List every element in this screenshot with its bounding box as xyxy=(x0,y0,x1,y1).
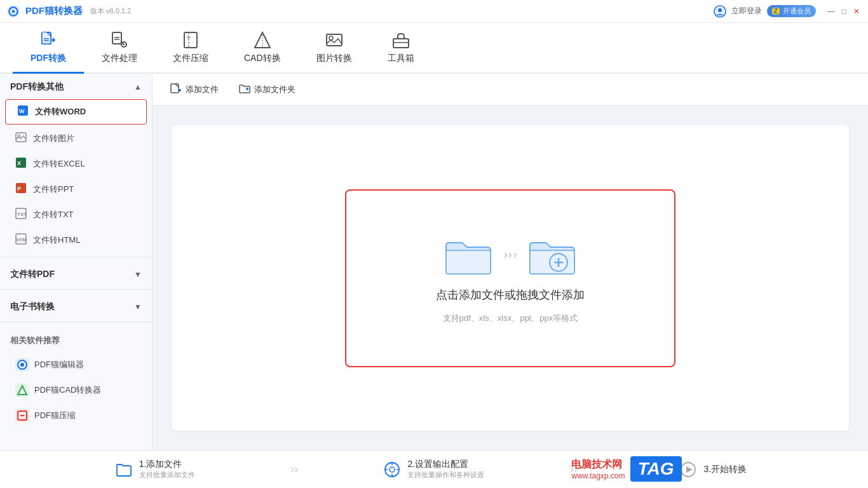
svg-rect-17 xyxy=(393,39,409,48)
sidebar-item-to-ppt[interactable]: P 文件转PPT xyxy=(0,177,152,202)
add-folder-button[interactable]: 添加文件夹 xyxy=(234,80,301,99)
nav-item-file-process[interactable]: 文件处理 xyxy=(84,25,155,74)
word-icon: W xyxy=(17,105,29,119)
step-arrow-2-icon: ›› xyxy=(570,463,578,476)
step-item-2: 2.设置输出配置 支持批量操作和各种设置 xyxy=(304,459,563,480)
nav-label-toolbox: 工具箱 xyxy=(388,53,414,64)
section-arrow-up-icon: ▲ xyxy=(134,83,142,92)
login-button[interactable]: 立即登录 xyxy=(731,6,762,17)
pdf-convert-icon xyxy=(38,30,58,50)
nav-label-file-compress: 文件压缩 xyxy=(173,53,208,64)
step2-icon xyxy=(383,461,401,478)
sidebar-section-pdf-to-other[interactable]: PDF转换其他 ▲ xyxy=(0,74,152,98)
step2-title: 2.设置输出配置 xyxy=(407,459,484,470)
main-layout: PDF转换其他 ▲ W 文件转WORD 文件转图片 X 文件转EXCEL xyxy=(0,74,868,450)
nav-label-img-convert: 图片转换 xyxy=(316,53,352,64)
section-arrow-down-icon: ▼ xyxy=(134,270,142,279)
sidebar-divider-2 xyxy=(0,289,152,290)
svg-point-32 xyxy=(20,363,24,367)
nav-label-pdf-convert: PDF转换 xyxy=(31,53,66,64)
steps-bar: 1.添加文件 支持批量添加文件 ›› 2.设置输出配置 支持批量操作和各种设置 … xyxy=(0,450,868,488)
file-process-icon xyxy=(109,30,130,50)
svg-rect-12 xyxy=(184,32,197,48)
add-folder-label: 添加文件夹 xyxy=(254,84,295,95)
close-button[interactable]: ✕ xyxy=(851,6,862,17)
svg-rect-41 xyxy=(446,250,491,274)
svg-text:HTML: HTML xyxy=(17,238,27,242)
step2-texts: 2.设置输出配置 支持批量操作和各种设置 xyxy=(407,459,484,480)
drop-zone-main-text: 点击添加文件或拖拽文件添加 xyxy=(436,287,585,302)
sidebar-item-to-word[interactable]: W 文件转WORD xyxy=(5,99,147,125)
restore-button[interactable]: □ xyxy=(839,6,849,17)
sidebar-recommend-cad-converter[interactable]: PDF猫CAD转换器 xyxy=(5,378,147,402)
avatar-icon xyxy=(714,5,726,18)
sidebar-recommend-header: 相关软件推荐 xyxy=(0,326,152,351)
step-item-3: 3.开始转换 xyxy=(584,461,843,478)
sidebar-divider-1 xyxy=(0,257,152,257)
nav-item-toolbox[interactable]: 工具箱 xyxy=(370,25,432,74)
pdf-compress-label: PDF猫压缩 xyxy=(34,410,76,421)
app-name: PDF猫转换器 xyxy=(25,5,83,17)
step1-texts: 1.添加文件 支持批量添加文件 xyxy=(139,459,195,480)
sidebar-item-to-img[interactable]: 文件转图片 xyxy=(0,126,152,151)
nav-bar: PDF转换 文件处理 文件压缩 CAD转换 xyxy=(0,23,868,74)
nav-item-img-convert[interactable]: 图片转换 xyxy=(299,25,370,74)
app-logo-icon xyxy=(6,4,20,18)
title-bar-left: PDF猫转换器 版本 v6.0.1.2 xyxy=(6,4,131,18)
svg-point-47 xyxy=(390,467,395,472)
svg-text:TXT: TXT xyxy=(17,212,27,217)
pdf-compress-icon xyxy=(15,409,29,423)
title-bar-right: 立即登录 Z 开通会员 — □ ✕ xyxy=(714,5,862,18)
source-folder-icon xyxy=(443,233,494,277)
sidebar-item-to-txt[interactable]: TXT 文件转TXT xyxy=(0,202,152,227)
nav-label-file-process: 文件处理 xyxy=(102,53,137,64)
sidebar-label-to-word: 文件转WORD xyxy=(35,106,86,118)
ppt-icon: P xyxy=(15,182,27,196)
svg-text:X: X xyxy=(17,160,21,166)
step3-icon xyxy=(679,461,697,478)
sidebar-recommend-pdf-editor[interactable]: PDF猫编辑器 xyxy=(5,353,147,377)
svg-marker-53 xyxy=(686,466,693,473)
sidebar-label-to-excel: 文件转EXCEL xyxy=(33,158,85,170)
sidebar-divider-3 xyxy=(0,322,152,322)
pdf-editor-label: PDF猫编辑器 xyxy=(34,359,84,370)
add-file-button[interactable]: 添加文件 xyxy=(165,80,224,99)
svg-text:W: W xyxy=(19,108,25,114)
svg-marker-33 xyxy=(18,386,27,395)
svg-text:P: P xyxy=(17,186,21,192)
step-item-1: 1.添加文件 支持批量添加文件 xyxy=(25,459,284,480)
svg-rect-8 xyxy=(112,32,121,44)
content-area: 添加文件 添加文件夹 xyxy=(153,74,868,450)
drop-zone-inner[interactable]: › › › 点击添加文件或拖拽文件添加 xyxy=(345,189,675,367)
drop-zone-sub-text: 支持pdf、xls、xlsx、ppt、ppx等格式 xyxy=(443,313,578,324)
nav-item-cad-convert[interactable]: CAD转换 xyxy=(226,25,299,74)
drop-zone-wrapper: › › › 点击添加文件或拖拽文件添加 xyxy=(153,106,868,450)
title-bar: PDF猫转换器 版本 v6.0.1.2 立即登录 Z 开通会员 — □ ✕ xyxy=(0,0,868,23)
sidebar-label-to-img: 文件转图片 xyxy=(33,133,74,144)
nav-item-file-compress[interactable]: 文件压缩 xyxy=(155,25,226,74)
minimize-button[interactable]: — xyxy=(826,6,836,17)
sidebar-section-file-to-pdf[interactable]: 文件转PDF ▼ xyxy=(0,261,152,285)
transfer-arrow-icon: › › › xyxy=(504,249,517,261)
add-file-icon xyxy=(170,83,182,97)
section-title-pdf-to-other: PDF转换其他 xyxy=(10,81,64,93)
cad-convert-icon xyxy=(252,30,273,50)
sidebar-recommend-pdf-compress[interactable]: PDF猫压缩 xyxy=(5,403,147,428)
svg-point-22 xyxy=(18,135,20,137)
section-title-ebook: 电子书转换 xyxy=(10,301,55,313)
section-arrow-down2-icon: ▼ xyxy=(134,302,142,311)
excel-icon: X xyxy=(15,157,27,171)
window-controls: — □ ✕ xyxy=(826,6,862,17)
sidebar: PDF转换其他 ▲ W 文件转WORD 文件转图片 X 文件转EXCEL xyxy=(0,74,153,450)
sidebar-item-to-excel[interactable]: X 文件转EXCEL xyxy=(0,151,152,177)
vip-button[interactable]: Z 开通会员 xyxy=(767,5,816,17)
nav-item-pdf-convert[interactable]: PDF转换 xyxy=(13,25,84,74)
drop-zone-outer: › › › 点击添加文件或拖拽文件添加 xyxy=(172,125,849,431)
nav-label-cad-convert: CAD转换 xyxy=(244,53,281,64)
file-compress-icon xyxy=(180,30,201,50)
sidebar-section-ebook[interactable]: 电子书转换 ▼ xyxy=(0,294,152,318)
sidebar-label-to-txt: 文件转TXT xyxy=(33,209,74,220)
sidebar-item-to-html[interactable]: HTML 文件转HTML xyxy=(0,227,152,253)
step3-title: 3.开始转换 xyxy=(703,464,747,475)
step-arrow-1-icon: ›› xyxy=(290,463,298,476)
